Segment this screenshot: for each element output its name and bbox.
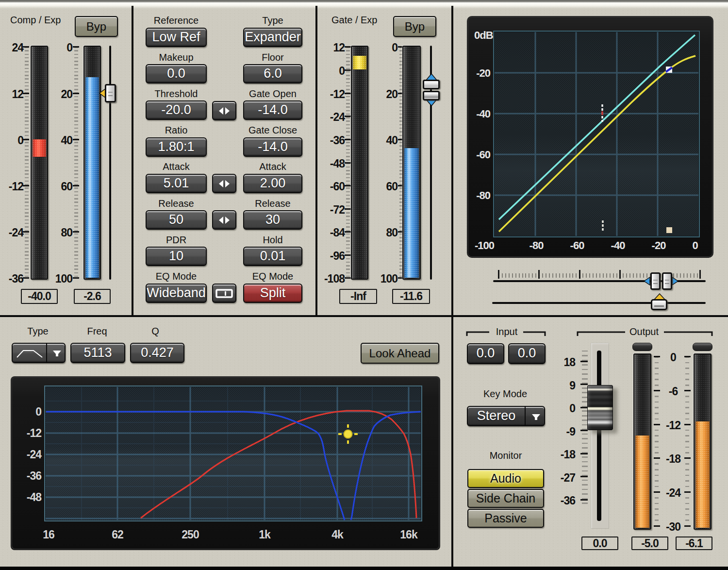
svg-text:-60: -60 bbox=[476, 149, 491, 161]
svg-text:-40: -40 bbox=[476, 108, 491, 120]
svg-text:-12: -12 bbox=[27, 427, 41, 439]
svg-text:-40: -40 bbox=[611, 239, 626, 251]
svg-text:4k: 4k bbox=[331, 528, 344, 541]
svg-text:0: 0 bbox=[35, 405, 41, 418]
svg-text:0: 0 bbox=[692, 239, 698, 251]
svg-text:-36: -36 bbox=[27, 469, 41, 482]
svg-text:-80: -80 bbox=[476, 189, 491, 201]
svg-text:-20: -20 bbox=[652, 239, 666, 251]
svg-text:-48: -48 bbox=[27, 491, 42, 503]
svg-text:16k: 16k bbox=[400, 528, 418, 541]
svg-text:-24: -24 bbox=[27, 448, 42, 461]
svg-text:-100: -100 bbox=[475, 239, 495, 251]
svg-text:16: 16 bbox=[43, 528, 54, 541]
svg-text:-80: -80 bbox=[529, 239, 544, 251]
svg-text:0dB: 0dB bbox=[474, 29, 493, 41]
svg-text:-20: -20 bbox=[476, 67, 491, 79]
svg-text:-60: -60 bbox=[570, 239, 585, 251]
svg-text:250: 250 bbox=[182, 528, 199, 541]
svg-text:1k: 1k bbox=[259, 528, 271, 541]
svg-text:62: 62 bbox=[112, 528, 123, 541]
